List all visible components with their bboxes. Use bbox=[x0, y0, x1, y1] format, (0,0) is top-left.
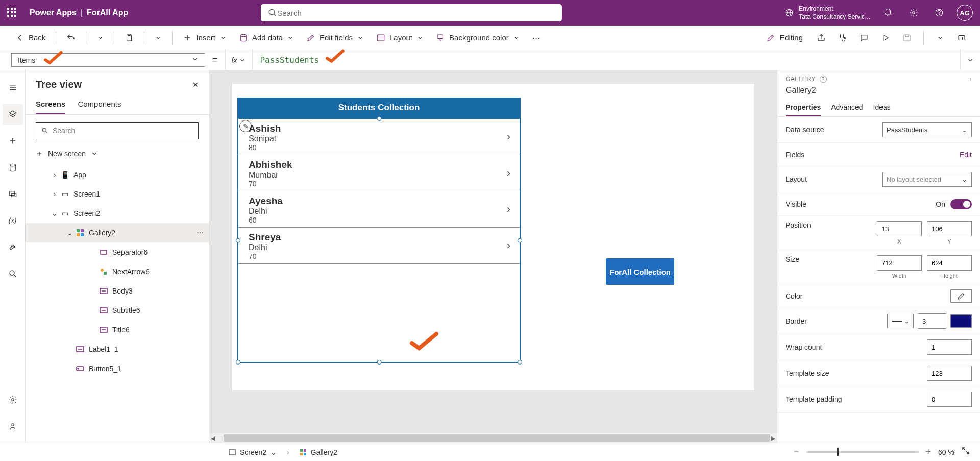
property-dropdown[interactable]: Items bbox=[11, 53, 205, 67]
pos-y-input[interactable] bbox=[927, 221, 972, 236]
gallery-item[interactable]: Abhishek Mumbai 70 › bbox=[238, 155, 520, 191]
border-width-input[interactable] bbox=[918, 313, 946, 329]
more-button[interactable]: ⋯ bbox=[527, 30, 545, 45]
tree-search-input[interactable] bbox=[53, 127, 193, 135]
undo-button[interactable] bbox=[61, 30, 81, 45]
expand-panel-button[interactable]: › bbox=[970, 76, 972, 83]
tree-node-label11[interactable]: Label1_1 bbox=[26, 339, 209, 359]
rail-treeview[interactable] bbox=[3, 104, 23, 125]
formula-input[interactable]: PassStudents bbox=[253, 50, 961, 70]
zoom-out-button[interactable]: − bbox=[794, 447, 799, 457]
checker-button[interactable] bbox=[835, 30, 851, 46]
chevron-right-icon[interactable]: › bbox=[507, 239, 510, 252]
datasource-dropdown[interactable]: PassStudents⌄ bbox=[882, 122, 972, 137]
color-picker[interactable] bbox=[950, 289, 972, 303]
canvas[interactable]: Students Collection ✎ Ashish Sonipat 80 … bbox=[209, 70, 777, 443]
tree-node-more[interactable]: ⋯ bbox=[197, 229, 204, 237]
rail-tools[interactable] bbox=[3, 237, 23, 257]
rail-search[interactable] bbox=[3, 263, 23, 284]
tree-search[interactable] bbox=[36, 122, 199, 139]
template-padding-input[interactable] bbox=[927, 392, 972, 407]
width-input[interactable] bbox=[877, 255, 922, 271]
canvas-hscrollbar[interactable]: ◀▶ bbox=[209, 433, 777, 443]
app-launcher-icon[interactable] bbox=[7, 8, 17, 18]
forall-collection-button[interactable]: ForAll Collection bbox=[606, 258, 674, 285]
tab-properties[interactable]: Properties bbox=[786, 99, 821, 116]
notifications-button[interactable] bbox=[880, 5, 896, 21]
zoom-in-button[interactable]: + bbox=[926, 447, 932, 457]
tab-components[interactable]: Components bbox=[78, 95, 121, 114]
bgcolor-button[interactable]: Background color bbox=[431, 30, 525, 45]
share-button[interactable] bbox=[813, 30, 829, 46]
rail-virtual-agent[interactable] bbox=[3, 416, 23, 436]
rail-settings[interactable] bbox=[3, 390, 23, 410]
gallery-item[interactable]: Ayesha Delhi 60 › bbox=[238, 191, 520, 228]
tree-node-gallery2[interactable]: ⌄Gallery2⋯ bbox=[26, 223, 209, 242]
tree-node-nextarrow6[interactable]: NextArrow6 bbox=[26, 262, 209, 281]
tree-node-body3[interactable]: Body3 bbox=[26, 281, 209, 301]
comments-button[interactable] bbox=[856, 30, 872, 46]
publish-button[interactable] bbox=[953, 30, 970, 46]
insert-button[interactable]: Insert bbox=[178, 30, 232, 45]
gallery2-control[interactable]: ✎ Ashish Sonipat 80 › Abhishek Mumbai 70… bbox=[237, 118, 521, 363]
height-input[interactable] bbox=[927, 255, 972, 271]
help-button[interactable] bbox=[931, 5, 947, 21]
layout-dropdown[interactable]: No layout selected⌄ bbox=[882, 172, 972, 187]
rail-variables[interactable]: (x) bbox=[3, 210, 23, 231]
border-style-dropdown[interactable]: ⌄ bbox=[887, 314, 914, 328]
edit-fields-link[interactable]: Edit bbox=[960, 151, 972, 159]
gallery-item[interactable]: Shreya Delhi 70 › bbox=[238, 228, 520, 264]
breadcrumb-control[interactable]: Gallery2 bbox=[296, 446, 341, 458]
wrap-count-input[interactable] bbox=[927, 339, 972, 355]
edit-fields-button[interactable]: Edit fields bbox=[301, 30, 369, 45]
settings-button[interactable] bbox=[905, 5, 922, 21]
environment-picker[interactable]: EnvironmentTata Consultancy Servic… bbox=[785, 5, 871, 21]
rail-media[interactable] bbox=[3, 184, 23, 204]
preview-button[interactable] bbox=[877, 30, 894, 46]
zoom-slider[interactable] bbox=[806, 451, 919, 453]
rail-hamburger[interactable] bbox=[3, 78, 23, 98]
tab-screens[interactable]: Screens bbox=[36, 95, 65, 114]
rail-insert[interactable] bbox=[3, 131, 23, 151]
gallery-item[interactable]: Ashish Sonipat 80 › bbox=[238, 119, 520, 155]
chevron-right-icon[interactable]: › bbox=[507, 166, 510, 180]
label-students-collection[interactable]: Students Collection bbox=[237, 98, 521, 118]
tree-node-screen2[interactable]: ⌄▭Screen2 bbox=[26, 204, 209, 223]
save-button[interactable] bbox=[899, 30, 915, 46]
tab-ideas[interactable]: Ideas bbox=[873, 99, 891, 116]
chevron-right-icon[interactable]: › bbox=[507, 203, 510, 216]
rail-data[interactable] bbox=[3, 157, 23, 178]
global-search[interactable] bbox=[261, 4, 562, 21]
tree-node-separator6[interactable]: Separator6 bbox=[26, 242, 209, 262]
paste-split[interactable] bbox=[150, 31, 167, 44]
tree-node-screen1[interactable]: ›▭Screen1 bbox=[26, 184, 209, 204]
template-size-input[interactable] bbox=[927, 366, 972, 381]
help-icon[interactable]: ? bbox=[820, 76, 827, 83]
selection-handle[interactable] bbox=[236, 360, 240, 365]
tree-node-subtitle6[interactable]: Subtitle6 bbox=[26, 301, 209, 320]
publish-split[interactable] bbox=[932, 30, 948, 46]
breadcrumb-screen[interactable]: Screen2⌄ bbox=[225, 446, 281, 458]
pos-x-input[interactable] bbox=[877, 221, 922, 236]
undo-split[interactable] bbox=[91, 31, 109, 44]
tree-node-title6[interactable]: Title6 bbox=[26, 320, 209, 339]
fx-button[interactable]: fx bbox=[225, 50, 253, 70]
back-button[interactable]: Back bbox=[10, 30, 51, 45]
editing-mode[interactable]: Editing bbox=[761, 30, 808, 45]
border-color-picker[interactable] bbox=[950, 314, 972, 328]
layout-button[interactable]: Layout bbox=[371, 30, 429, 45]
selection-handle[interactable] bbox=[377, 360, 381, 365]
chevron-right-icon[interactable]: › bbox=[507, 130, 510, 143]
search-input[interactable] bbox=[277, 9, 555, 17]
expand-formula[interactable] bbox=[961, 50, 980, 70]
tree-node-app[interactable]: ›📱App bbox=[26, 165, 209, 184]
paste-button[interactable] bbox=[119, 30, 139, 45]
new-screen-button[interactable]: New screen bbox=[26, 147, 209, 163]
visible-toggle[interactable] bbox=[950, 199, 972, 209]
add-data-button[interactable]: Add data bbox=[234, 30, 299, 45]
canvas-screen[interactable]: Students Collection ✎ Ashish Sonipat 80 … bbox=[232, 84, 754, 390]
tree-close[interactable]: ✕ bbox=[192, 81, 199, 89]
user-avatar[interactable]: AG bbox=[957, 5, 973, 21]
tab-advanced[interactable]: Advanced bbox=[831, 99, 863, 116]
fit-to-screen-button[interactable] bbox=[962, 447, 970, 457]
